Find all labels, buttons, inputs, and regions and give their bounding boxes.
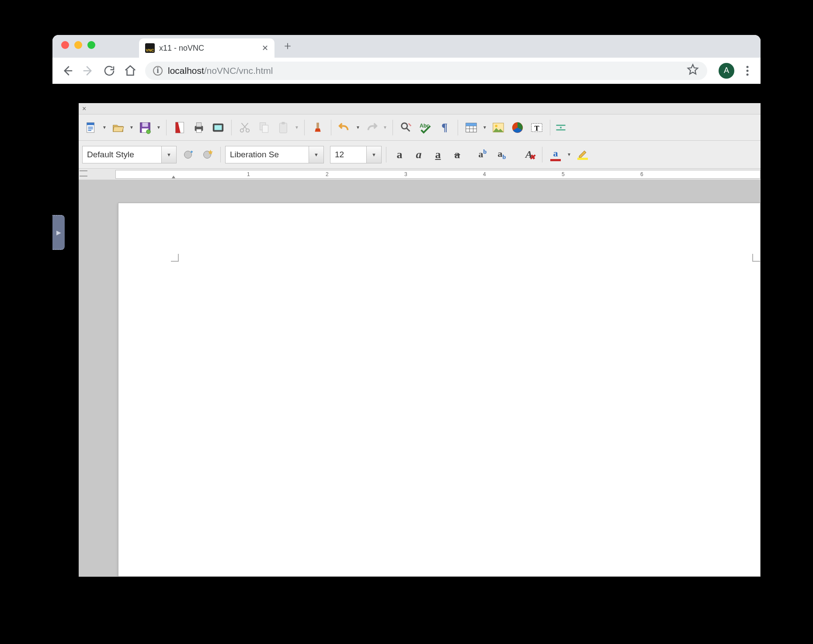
bold-button[interactable]: a [391,146,408,163]
redo-dropdown[interactable]: ▼ [382,125,388,130]
undo-button[interactable] [336,119,353,136]
font-color-button[interactable]: a [547,146,564,163]
export-pdf-button[interactable] [171,119,188,136]
italic-button[interactable]: a [410,146,427,163]
font-color-dropdown[interactable]: ▼ [566,152,572,157]
insert-table-dropdown[interactable]: ▼ [482,125,488,130]
new-tab-button[interactable]: ＋ [279,37,296,54]
clear-formatting-button[interactable]: A✖ [520,146,538,163]
url-host: localhost [168,66,204,76]
highlight-color-button[interactable] [574,146,591,163]
copy-button[interactable] [255,119,273,136]
site-info-icon[interactable]: i [153,66,163,76]
arrow-right-icon [82,64,95,77]
scissors-icon [238,121,251,134]
redo-icon [365,121,378,134]
print-preview-icon [212,121,225,134]
open-dropdown[interactable]: ▼ [129,125,135,130]
indent-marker-icon[interactable] [170,176,177,179]
reload-icon [103,64,116,77]
ruler-number: 3 [404,171,407,177]
insert-chart-button[interactable] [509,119,526,136]
ruler-track: 1 2 3 4 5 6 [115,170,761,179]
home-button[interactable] [121,61,140,80]
insert-image-button[interactable] [490,119,507,136]
redo-button[interactable] [363,119,380,136]
toolbar-separator [166,120,167,135]
margin-marker-tl [171,254,179,262]
cut-button[interactable] [236,119,254,136]
app-close-button[interactable]: × [82,105,86,113]
svg-rect-15 [196,129,201,132]
vnc-viewport: × ▼ ▼ ▼ [52,84,761,577]
new-document-dropdown[interactable]: ▼ [101,125,108,130]
find-replace-icon [400,121,413,134]
save-button[interactable] [136,119,154,136]
spellcheck-button[interactable]: Abc [417,119,434,136]
new-document-button[interactable] [82,119,100,136]
pdf-icon [173,121,186,134]
toolbar-separator [231,120,232,135]
find-replace-button[interactable] [397,119,415,136]
clone-formatting-button[interactable] [309,119,327,136]
address-bar[interactable]: i localhost/noVNC/vnc.html [145,62,707,80]
reload-button[interactable] [100,61,119,80]
paragraph-style-combo[interactable]: Default Style ▼ [82,146,177,163]
print-button[interactable] [190,119,208,136]
toolbar-separator [393,120,393,135]
document-page[interactable] [118,203,761,577]
bold-icon: a [397,148,403,161]
close-window-button[interactable] [61,41,69,49]
browser-menu-button[interactable] [740,64,755,77]
strikethrough-button[interactable]: a [448,146,466,163]
bookmark-button[interactable] [686,63,699,79]
window-controls [61,41,95,49]
novnc-favicon-icon: VNC [145,43,155,53]
maximize-window-button[interactable] [87,41,95,49]
svg-rect-5 [88,127,93,128]
superscript-button[interactable]: ab [474,146,491,163]
minimize-window-button[interactable] [74,41,82,49]
close-tab-button[interactable]: ✕ [262,43,268,53]
folder-open-icon [111,121,125,134]
svg-rect-23 [281,121,285,124]
svg-text:T: T [534,124,539,132]
formatting-toolbar: Default Style ▼ Liberation Se ▼ 12 ▼ [79,141,761,169]
insert-table-button[interactable] [462,119,480,136]
image-icon [492,121,505,134]
insert-page-break-button[interactable] [555,119,567,136]
toolbar-separator [458,120,458,135]
ruler-number: 1 [247,171,250,177]
save-icon [139,121,152,134]
novnc-panel-toggle[interactable] [52,215,65,250]
font-name-combo[interactable]: Liberation Se ▼ [225,146,324,163]
avatar-initial: A [724,66,729,75]
svg-rect-7 [88,130,91,131]
back-button[interactable] [58,61,77,80]
toolbar-separator [304,120,305,135]
undo-dropdown[interactable]: ▼ [355,125,361,130]
print-preview-button[interactable] [209,119,227,136]
toolbar-separator [550,120,550,135]
spellcheck-icon: Abc [419,121,432,134]
save-dropdown[interactable]: ▼ [156,125,162,130]
update-style-button[interactable] [179,146,197,163]
formatting-marks-button[interactable]: ¶ [436,119,453,136]
new-style-button[interactable] [198,146,216,163]
underline-button[interactable]: a [429,146,447,163]
clipboard-icon [277,121,290,134]
browser-tab[interactable]: VNC x11 - noVNC ✕ [139,38,274,58]
paste-button[interactable] [274,119,292,136]
highlight-icon [577,149,588,160]
paste-dropdown[interactable]: ▼ [294,125,300,130]
open-button[interactable] [109,119,127,136]
toolbar-separator [386,147,386,163]
profile-avatar[interactable]: A [719,63,734,79]
document-area[interactable] [79,180,761,577]
font-size-combo[interactable]: 12 ▼ [330,146,382,163]
forward-button[interactable] [79,61,98,80]
horizontal-ruler[interactable]: 1 2 3 4 5 6 [79,169,761,180]
insert-textbox-button[interactable]: T [528,119,545,136]
subscript-button[interactable]: ab [493,146,511,163]
pilcrow-icon: ¶ [441,121,448,134]
